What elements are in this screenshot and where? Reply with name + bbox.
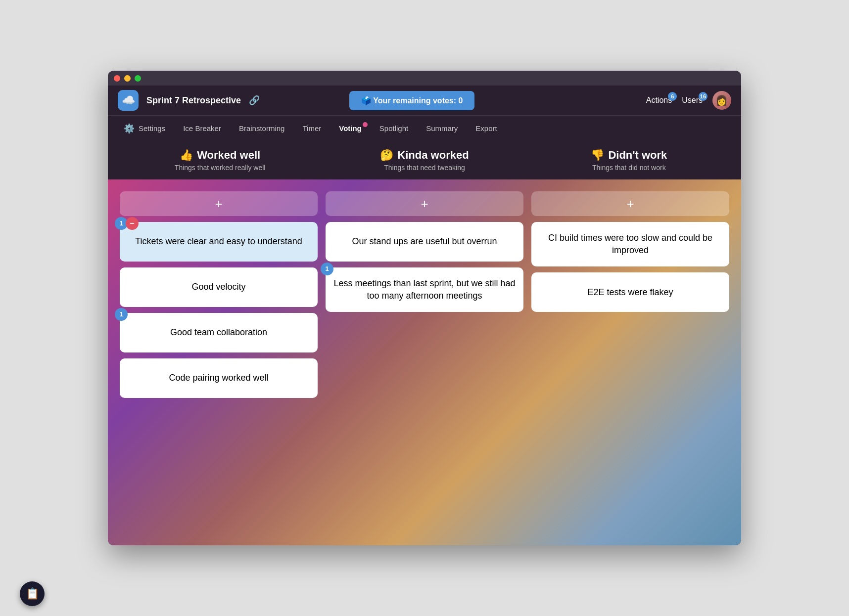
titlebar [108,71,741,86]
col-subtitle-didnt-work: Things that did not work [527,164,731,172]
users-badge: 16 [699,92,708,101]
card-velocity-text: Good velocity [191,281,245,293]
export-nav-item[interactable]: Export [468,120,505,136]
col-title-didnt-work: 👎 Didn't work [527,149,731,162]
didnt-work-emoji: 👎 [591,149,604,162]
card-ci-build[interactable]: CI build times were too slow and could b… [531,222,729,266]
fab-icon: 📋 [26,587,39,600]
vote-badge-collaboration: 1 [115,308,128,321]
icebreaker-label: Ice Breaker [183,124,221,132]
card-e2e-text: E2E tests were flakey [587,286,673,299]
minimize-button[interactable] [124,75,131,82]
brainstorming-nav-item[interactable]: Brainstorming [231,120,293,136]
card-standups-text: Our stand ups are useful but overrun [352,235,497,248]
settings-icon: ⚙️ [124,123,135,134]
add-card-kinda-worked[interactable]: + [326,191,523,216]
maximize-button[interactable] [135,75,141,82]
col-title-worked-well: 👍 Worked well [118,149,322,162]
close-button[interactable] [114,75,120,82]
card-tickets-text: Tickets were clear and easy to understan… [135,235,302,248]
timer-label: Timer [302,124,321,132]
timer-nav-item[interactable]: Timer [294,120,329,136]
col-header-kinda-worked: 🤔 Kinda worked Things that need tweaking [322,149,526,172]
col-title-kinda-worked: 🤔 Kinda worked [322,149,526,162]
actions-button[interactable]: Actions 6 [646,96,672,105]
secondary-nav: ⚙️ Settings Ice Breaker Brainstorming Ti… [108,115,741,141]
app-icon: ☁️ [118,90,139,111]
users-button[interactable]: Users 16 [682,96,703,105]
col-header-didnt-work: 👎 Didn't work Things that did not work [527,149,731,172]
card-meetings[interactable]: 1 Less meetings than last sprint, but we… [326,267,523,312]
column-didnt-work: + CI build times were too slow and could… [527,187,733,537]
card-meetings-text: Less meetings than last sprint, but we s… [333,277,516,302]
card-e2e[interactable]: E2E tests were flakey [531,272,729,312]
card-collaboration[interactable]: 1 Good team collaboration [120,313,318,352]
add-card-didnt-work[interactable]: + [531,191,729,216]
actions-badge: 6 [668,92,677,101]
fab-button[interactable]: 📋 [20,581,45,606]
col-subtitle-worked-well: Things that worked really well [118,164,322,172]
worked-well-emoji: 👍 [180,149,193,162]
vote-badge-meetings: 1 [321,263,333,275]
board: + 1 − Tickets were clear and easy to und… [108,179,741,545]
brainstorming-label: Brainstorming [239,124,285,132]
app-window: ☁️ Sprint 7 Retrospective 🔗 🗳️ Your rema… [108,71,741,545]
voting-dot [363,122,368,127]
summary-label: Summary [426,124,458,132]
voting-nav-item[interactable]: Voting [331,120,370,136]
kinda-worked-emoji: 🤔 [380,149,393,162]
voting-label: Voting [339,124,362,132]
export-label: Export [475,124,497,132]
card-collaboration-text: Good team collaboration [170,326,267,339]
spotlight-label: Spotlight [379,124,408,132]
avatar[interactable]: 👩 [712,91,731,110]
col-subtitle-kinda-worked: Things that need tweaking [322,164,526,172]
column-kinda-worked: + Our stand ups are useful but overrun 1… [322,187,527,537]
app-title: Sprint 7 Retrospective [146,95,241,106]
card-standups[interactable]: Our stand ups are useful but overrun [326,222,523,262]
card-velocity[interactable]: Good velocity [120,267,318,307]
icebreaker-nav-item[interactable]: Ice Breaker [175,120,229,136]
summary-nav-item[interactable]: Summary [418,120,466,136]
card-pairing-text: Code pairing worked well [169,372,268,384]
topbar: ☁️ Sprint 7 Retrospective 🔗 🗳️ Your rema… [108,86,741,115]
settings-nav-item[interactable]: ⚙️ Settings [116,119,173,138]
add-card-worked-well[interactable]: + [120,191,318,216]
remove-card-tickets[interactable]: − [126,217,139,230]
spotlight-nav-item[interactable]: Spotlight [372,120,416,136]
column-headers: 👍 Worked well Things that worked really … [108,141,741,179]
card-pairing[interactable]: Code pairing worked well [120,358,318,398]
topbar-right: Actions 6 Users 16 👩 [646,91,731,110]
column-worked-well: + 1 − Tickets were clear and easy to und… [116,187,322,537]
votes-badge: 🗳️ Your remaining votes: 0 [349,91,474,110]
settings-label: Settings [139,124,165,132]
col-header-worked-well: 👍 Worked well Things that worked really … [118,149,322,172]
card-tickets[interactable]: 1 − Tickets were clear and easy to under… [120,222,318,262]
link-icon[interactable]: 🔗 [249,95,260,106]
card-ci-build-text: CI build times were too slow and could b… [539,232,721,257]
